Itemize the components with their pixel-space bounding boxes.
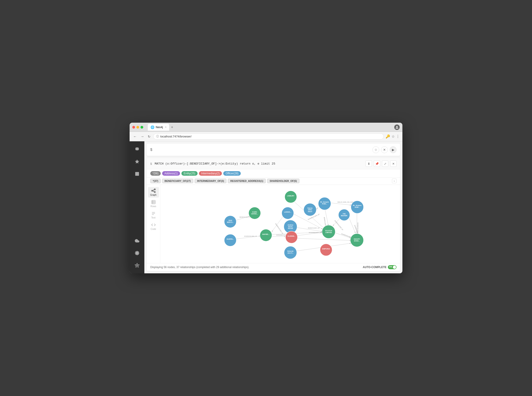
toggle-on-label: ON [389, 266, 392, 268]
tab-text-label: Text [151, 216, 155, 219]
expand-results-button[interactable]: ⤢ [382, 160, 388, 167]
svg-text:BENEFICIARY_OF: BENEFICIARY_OF [240, 216, 251, 218]
svg-text:LINBURY: LINBURY [287, 195, 294, 197]
run-query-button[interactable]: ▶ [390, 146, 396, 153]
lock-icon: ⓘ [156, 134, 159, 138]
tag-officer[interactable]: Officer(28) [223, 171, 241, 176]
address-bar[interactable]: ⓘ localhost:7474/browser/ [153, 133, 384, 140]
tab-text[interactable]: Text [148, 210, 159, 220]
sidebar-item-database[interactable] [131, 144, 143, 155]
svg-text:Mr. Jacques: Mr. Jacques [320, 201, 329, 203]
browser-bar: ← → ↻ ⓘ localhost:7474/browser/ 🔑 ☆ ⋮ [130, 132, 402, 141]
traffic-lights [132, 126, 143, 128]
result-query-text: MATCH (o:Officer)-[:BENEFICIARY_OF]->(e:… [155, 162, 275, 165]
svg-text:BEARER: BEARER [341, 215, 347, 216]
svg-text:BENEFICIARY_OF: BENEFICIARY_OF [308, 227, 320, 229]
svg-marker-1 [135, 160, 139, 163]
svg-text:Patrick: Patrick [307, 207, 312, 209]
download-results-button[interactable]: ⬇ [366, 160, 372, 167]
svg-text:LANGD...: LANGD... [284, 211, 291, 213]
back-button[interactable]: ← [132, 134, 138, 140]
tags-collapse-button[interactable]: › [392, 179, 396, 183]
svg-text:SHAREHOLDER_OF: SHAREHOLDER_OF [334, 220, 344, 231]
autocomplete-label: AUTO-COMPLETE [363, 266, 386, 269]
sidebar-item-favorites[interactable] [131, 156, 143, 167]
sidebar-item-plugins[interactable] [131, 260, 143, 271]
svg-text:INTERMEDIARY_OF: INTERMEDIARY_OF [309, 232, 322, 233]
sidebar-item-settings[interactable] [131, 247, 143, 259]
tab-neo4j[interactable]: 🌐 Neo4j × [148, 124, 169, 131]
forward-button[interactable]: → [140, 134, 145, 140]
sidebar-item-cloud[interactable] [131, 235, 143, 246]
new-tab-button[interactable]: + [171, 125, 173, 129]
svg-line-23 [294, 214, 323, 229]
svg-text:LIMITED: LIMITED [325, 232, 332, 233]
svg-text:EMPORIA: EMPORIA [322, 248, 330, 250]
tab-title: Neo4j [156, 126, 163, 129]
rel-tag-shareholder[interactable]: SHAREHOLDER_OF(5) [267, 179, 300, 183]
tab-code[interactable]: Code [148, 221, 159, 232]
close-results-button[interactable]: ✕ [390, 160, 396, 167]
bookmark-button[interactable]: ☆ [391, 134, 395, 139]
svg-point-8 [151, 190, 153, 191]
svg-line-11 [153, 190, 154, 191]
rel-tag-beneficiary[interactable]: BENEFICIARY_OF(27) [162, 179, 193, 183]
autocomplete-pill[interactable]: ON [388, 265, 396, 269]
svg-text:SHAREHOLDER_OF: SHAREHOLDER_OF [244, 236, 257, 237]
svg-point-7 [136, 265, 138, 266]
svg-rect-2 [135, 172, 139, 176]
tag-intermediary[interactable]: Intermediary(2) [199, 171, 222, 176]
graph-canvas[interactable]: BENEFICIARY_OF BENEFICIARY_OF SHAREHOLDE… [160, 185, 400, 263]
autocomplete-toggle[interactable]: AUTO-COMPLETE ON [363, 265, 396, 269]
tab-close-button[interactable]: × [165, 126, 166, 128]
svg-text:BERCO...: BERCO... [227, 221, 234, 223]
svg-text:Mr. Jacques: Mr. Jacques [353, 205, 362, 206]
content-area: $ ☆ ✕ ▶ $ MATCH (o:Officer)-[:BENEFICIAR… [144, 141, 402, 273]
tag-all-nodes[interactable]: *(56) [150, 171, 161, 176]
cancel-query-button[interactable]: ✕ [381, 146, 388, 153]
user-avatar[interactable] [394, 124, 400, 130]
svg-text:KLEINW...: KLEINW... [288, 235, 295, 237]
svg-text:GUERN...: GUERN... [227, 238, 234, 240]
svg-text:Horsell: Horsell [288, 227, 293, 229]
menu-button[interactable]: ⋮ [396, 134, 400, 139]
svg-text:ROBI...: ROBI... [322, 203, 327, 205]
toggle-knob [393, 266, 396, 269]
result-panel: $ MATCH (o:Officer)-[:BENEFICIARY_OF]->(… [147, 158, 400, 271]
rel-tag-all[interactable]: *(37) [150, 179, 161, 183]
minimize-button[interactable] [136, 126, 139, 128]
address-text: localhost:7474/browser/ [160, 135, 381, 138]
tag-address[interactable]: Address(1) [162, 171, 180, 176]
svg-rect-13 [152, 200, 155, 204]
browser-actions: 🔑 ☆ ⋮ [385, 134, 400, 139]
pin-results-button[interactable]: 📌 [374, 160, 380, 167]
close-button[interactable] [132, 126, 135, 128]
result-prompt-icon: $ [150, 162, 152, 165]
svg-line-21 [272, 214, 285, 232]
query-input[interactable] [155, 148, 370, 151]
favorite-query-button[interactable]: ☆ [372, 146, 379, 153]
svg-text:SHAI: SHAI [228, 220, 232, 221]
tab-rows-label: Rows [151, 205, 156, 208]
tab-graph[interactable]: Graph [148, 187, 159, 198]
maximize-button[interactable] [141, 126, 143, 128]
rel-tag-registered[interactable]: REGISTERED_ADDRESS(1) [228, 179, 266, 183]
tab-bar: 🌐 Neo4j × + [148, 124, 392, 131]
sidebar-item-docs[interactable] [131, 168, 143, 180]
svg-text:Jane H...: Jane H... [287, 252, 294, 254]
reload-button[interactable]: ↻ [147, 134, 151, 139]
rel-tag-intermediary[interactable]: INTERMEDIARY_OF(3) [195, 179, 226, 183]
svg-text:MAYBE...: MAYBE... [262, 233, 270, 235]
tab-code-label: Code [151, 228, 156, 230]
browser-window: 🌐 Neo4j × + ← → ↻ ⓘ localhost:7474/brows… [130, 123, 402, 273]
svg-text:ROBI...: ROBI... [355, 206, 360, 208]
key-icon[interactable]: 🔑 [385, 134, 390, 139]
svg-text:Deborah: Deborah [287, 250, 294, 252]
svg-text:ICARO: ICARO [252, 211, 257, 213]
tag-entity[interactable]: Entity(25) [181, 171, 198, 176]
query-input-bar: $ ☆ ✕ ▶ [147, 144, 400, 156]
title-bar: 🌐 Neo4j × + [130, 123, 402, 132]
svg-point-9 [154, 189, 155, 190]
svg-text:Andrew: Andrew [288, 224, 293, 226]
tab-rows[interactable]: Rows [148, 198, 159, 209]
